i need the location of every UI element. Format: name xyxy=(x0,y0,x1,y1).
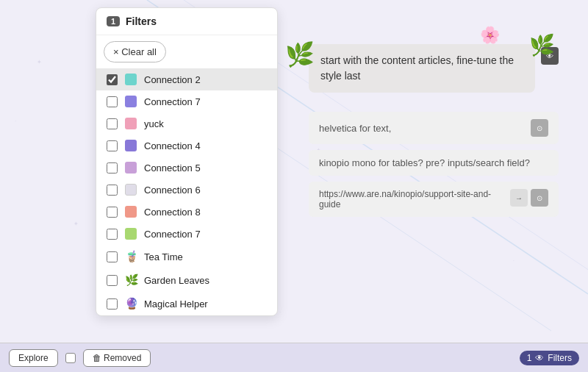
filter-item-connection7a[interactable]: Connection 7 xyxy=(96,90,277,112)
filter-item-connection8[interactable]: Connection 8 xyxy=(96,201,277,223)
filter-checkbox-yuck[interactable] xyxy=(107,118,118,129)
filter-label-connection2: Connection 2 xyxy=(144,74,201,85)
filter-item-magicalhelper[interactable]: 🔮 Magical Helper xyxy=(96,292,277,315)
toggle-icon-1: ⊙ xyxy=(537,124,542,132)
tooltip-text: start with the content articles, fine-tu… xyxy=(320,54,514,82)
bottom-bar: Explore 🗑 Removed 1 👁 Filters xyxy=(0,343,588,372)
filter-label-connection6: Connection 6 xyxy=(144,185,201,196)
flower-decoration: 🌸 xyxy=(480,26,500,45)
color-swatch-connection7a xyxy=(125,96,137,107)
filter-item-connection6[interactable]: Connection 6 xyxy=(96,179,277,201)
link-actions: → ⊙ xyxy=(510,189,548,207)
explore-button[interactable]: Explore xyxy=(9,349,58,367)
scatter-mark: ✦ xyxy=(37,59,42,65)
card-area: start with the content articles, fine-tu… xyxy=(309,44,559,217)
filter-item-yuck[interactable]: yuck xyxy=(96,112,277,135)
removed-button[interactable]: 🗑 Removed xyxy=(83,349,151,367)
filter-checkbox-connection7a[interactable] xyxy=(107,96,118,107)
link-card: https://www.are.na/kinopio/support-site-… xyxy=(309,182,559,217)
leaf-right-decoration: 🌿 xyxy=(529,33,555,57)
filter-label-gardenleaves: Garden Leaves xyxy=(144,275,209,286)
filter-header: 1 Filters xyxy=(96,8,277,35)
filter-list: Connection 2 Connection 7 yuck Connectio… xyxy=(96,68,277,315)
filters-badge-button[interactable]: 1 👁 Filters xyxy=(520,351,579,365)
filter-checkbox-connection4[interactable] xyxy=(107,140,118,151)
color-swatch-yuck xyxy=(125,118,137,129)
filter-checkbox-connection2[interactable] xyxy=(107,74,118,85)
filter-count-badge: 1 xyxy=(107,16,120,26)
filter-item-connection4[interactable]: Connection 4 xyxy=(96,135,277,157)
filter-checkbox-gardenleaves[interactable] xyxy=(107,275,118,286)
filter-checkbox-connection7b[interactable] xyxy=(107,229,118,240)
filters-label: Filters xyxy=(548,353,572,363)
link-toggle-button[interactable]: ⊙ xyxy=(531,189,548,207)
color-swatch-connection8 xyxy=(125,206,137,218)
scatter-mark: · xyxy=(513,257,514,264)
filter-item-teatime[interactable]: 🧋 Tea Time xyxy=(96,245,277,268)
filter-panel: 1 Filters × Clear all Connection 2 Conne… xyxy=(96,7,278,316)
color-swatch-connection5 xyxy=(125,162,137,174)
filter-item-connection5[interactable]: Connection 5 xyxy=(96,157,277,179)
filter-label-yuck: yuck xyxy=(144,118,164,129)
note-text-2: kinopio mono for tables? pre? inputs/sea… xyxy=(319,157,530,168)
bottom-checkbox[interactable] xyxy=(65,353,76,363)
filter-checkbox-connection8[interactable] xyxy=(107,207,118,218)
filter-checkbox-connection6[interactable] xyxy=(107,185,118,196)
filter-title: Filters xyxy=(126,15,157,27)
scatter-mark: ✦ xyxy=(74,221,79,227)
color-swatch-connection4 xyxy=(125,140,137,151)
note-card-1: helvetica for text, ⊙ xyxy=(309,112,559,144)
filter-label-connection7b: Connection 7 xyxy=(144,229,201,240)
clear-all-button[interactable]: × Clear all xyxy=(104,41,166,62)
color-swatch-connection7b xyxy=(125,228,137,240)
leaf-left-decoration: 🌿 xyxy=(285,40,315,68)
color-swatch-connection6 xyxy=(125,184,137,196)
filter-eye-icon: 👁 xyxy=(535,353,544,363)
tooltip-card: start with the content articles, fine-tu… xyxy=(309,44,535,93)
note-text-1: helvetica for text, xyxy=(319,123,391,134)
link-open-button[interactable]: → xyxy=(510,189,528,207)
filter-label-connection8: Connection 8 xyxy=(144,207,201,218)
filter-label-connection5: Connection 5 xyxy=(144,162,201,174)
filter-item-connection7b[interactable]: Connection 7 xyxy=(96,223,277,245)
filter-label-magicalhelper: Magical Helper xyxy=(144,298,208,310)
link-url: https://www.are.na/kinopio/support-site-… xyxy=(319,189,504,210)
filter-checkbox-teatime[interactable] xyxy=(107,251,118,262)
color-swatch-connection2 xyxy=(125,74,137,85)
icon-magicalhelper: 🔮 xyxy=(125,297,137,310)
filter-item-gardenleaves[interactable]: 🌿 Garden Leaves xyxy=(96,268,277,292)
filters-count: 1 xyxy=(527,353,532,363)
icon-gardenleaves: 🌿 xyxy=(125,273,137,287)
scatter-mark: · xyxy=(15,118,16,124)
note1-toggle-button[interactable]: ⊙ xyxy=(531,119,548,137)
filter-checkbox-connection5[interactable] xyxy=(107,162,118,174)
filter-label-connection7a: Connection 7 xyxy=(144,96,201,107)
filter-checkbox-magicalhelper[interactable] xyxy=(107,298,118,310)
scatter-mark: · xyxy=(279,309,281,315)
arrow-right-icon: → xyxy=(515,194,523,202)
toggle-icon-2: ⊙ xyxy=(537,194,542,202)
note-card-2: kinopio mono for tables? pre? inputs/sea… xyxy=(309,150,559,176)
filter-label-connection4: Connection 4 xyxy=(144,140,201,151)
icon-teatime: 🧋 xyxy=(125,250,137,263)
filter-item-connection2[interactable]: Connection 2 xyxy=(96,68,277,90)
filter-label-teatime: Tea Time xyxy=(144,251,183,262)
